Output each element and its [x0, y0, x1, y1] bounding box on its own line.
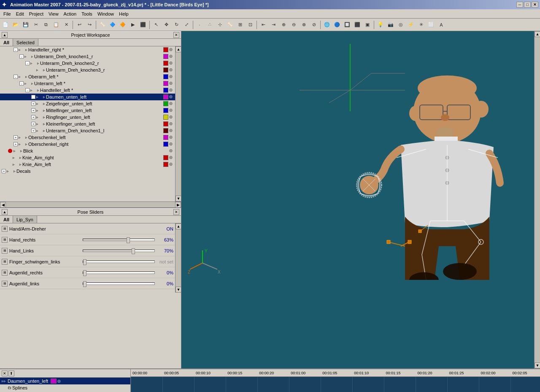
tree-eye[interactable]: ◎	[169, 81, 175, 86]
tree-eye[interactable]: ◎	[169, 94, 175, 99]
slider-thumb-4[interactable]	[83, 270, 86, 276]
pw-tree-item-1[interactable]: -▹▹Unterarm_Dreh_knochen1_r◎	[0, 53, 175, 60]
ps-scroll-btn-up[interactable]: ▲	[176, 223, 181, 229]
tree-expand-btn[interactable]: +	[31, 122, 35, 126]
tree-eye[interactable]: ◎	[169, 47, 175, 52]
tree-color[interactable]	[163, 135, 168, 140]
tree-expand-btn[interactable]: +	[14, 135, 18, 140]
tree-color[interactable]	[163, 74, 168, 79]
slider-icon-1[interactable]: ⊞	[2, 237, 8, 243]
tree-expand-btn[interactable]: -	[25, 88, 30, 92]
toolbar-decal[interactable]: ⬜	[427, 20, 436, 30]
toolbar-cam-5[interactable]: ⊘	[309, 20, 319, 30]
toolbar-rotate[interactable]: ↻	[172, 20, 181, 30]
toolbar-render2[interactable]: 🔵	[332, 20, 342, 30]
toolbar-open[interactable]: 📂	[11, 20, 20, 30]
menu-file[interactable]: File	[1, 11, 14, 17]
tl-close[interactable]: ✕	[2, 371, 8, 376]
toolbar-cut[interactable]: ✂	[31, 20, 40, 30]
pw-tree-item-12[interactable]: +▹▹Unterarm_Dreh_knochen1_l◎	[0, 127, 175, 134]
pw-tree-item-11[interactable]: +▹▹Kleinerfinger_unten_left◎	[0, 121, 175, 127]
tree-expand-btn[interactable]: -	[14, 48, 18, 52]
pw-tree-item-16[interactable]: ▹▹Knie_Aim_right◎	[0, 154, 175, 161]
pw-scroll-up[interactable]: ▲	[2, 32, 8, 38]
tree-color[interactable]	[163, 94, 168, 99]
tree-eye[interactable]: ◎	[169, 128, 175, 133]
tree-color[interactable]	[163, 155, 168, 160]
toolbar-bone-mode[interactable]: 🦴	[98, 20, 107, 30]
pw-tree-item-4[interactable]: -▹▹Oberarm_left *◎	[0, 73, 175, 80]
tree-expand-btn[interactable]: -	[19, 81, 24, 86]
pw-tree-item-3[interactable]: ▹▹Unterarm_Dreh_knochen3_r◎	[0, 67, 175, 73]
toolbar-shading[interactable]: 🔲	[343, 20, 352, 30]
tree-eye[interactable]: ◎	[169, 67, 175, 72]
toolbar-redo[interactable]: ↪	[85, 20, 94, 30]
tree-expand-btn[interactable]: +	[31, 108, 35, 113]
menu-edit[interactable]: Edit	[14, 11, 27, 17]
pw-tree-item-8[interactable]: +▹▹Zeigefinger_unten_left◎	[0, 100, 175, 107]
menu-view[interactable]: View	[46, 11, 61, 17]
tree-color[interactable]	[163, 115, 168, 120]
tree-color[interactable]	[163, 54, 168, 59]
menu-help[interactable]: Help	[116, 11, 131, 17]
pw-tree-item-2[interactable]: -▹▹Unterarm_Dreh_knochen2_r◎	[0, 60, 175, 67]
tree-eye[interactable]: ◎	[169, 88, 175, 93]
tree-expand-btn[interactable]: +	[2, 169, 6, 173]
toolbar-cam-nav2[interactable]: ⇥	[269, 20, 278, 30]
ps-tab-lipsyn[interactable]: Lip_Syn	[13, 216, 37, 223]
minimize-button[interactable]: ─	[516, 2, 523, 8]
pw-tree-item-13[interactable]: +▹▹Oberschenkel_left◎	[0, 134, 175, 141]
ps-scrollbar-v[interactable]: ▲ ▼	[175, 223, 181, 293]
maximize-button[interactable]: □	[524, 2, 531, 8]
viewport-scrollbar[interactable]: ▲ ▼	[534, 31, 540, 368]
tree-expand-btn[interactable]: +	[31, 95, 35, 99]
tree-eye[interactable]: ◎	[169, 74, 175, 79]
tree-eye[interactable]: ◎	[169, 115, 175, 120]
tree-expand-btn[interactable]: -	[19, 54, 24, 59]
pw-tree-item-18[interactable]: +▹▹Decals	[0, 168, 175, 175]
pw-tree-item-6[interactable]: -▹▹Handteller_left *◎	[0, 87, 175, 94]
toolbar-camera[interactable]: 📷	[386, 20, 395, 30]
pw-tree-item-5[interactable]: -▹▹Unterarm_left *◎	[0, 80, 175, 87]
tree-color[interactable]	[163, 108, 168, 113]
toolbar-bone-icon[interactable]: 🦴	[225, 20, 235, 30]
slider-icon-3[interactable]: ⊞	[2, 259, 8, 265]
menu-tools[interactable]: Tools	[79, 11, 95, 17]
toolbar-move[interactable]: ✥	[162, 20, 171, 30]
viewport-scroll-up[interactable]: ▲	[535, 31, 540, 37]
tree-color[interactable]	[163, 142, 168, 147]
ps-scroll-btn-down[interactable]: ▼	[176, 287, 181, 293]
toolbar-pts[interactable]: ·	[195, 20, 204, 30]
toolbar-paste[interactable]: 📋	[51, 20, 61, 30]
pw-tree-item-10[interactable]: +▹▹Ringfinger_unten_left◎	[0, 114, 175, 121]
tree-expand-btn[interactable]: +	[14, 142, 18, 146]
tree-eye[interactable]: ◎	[169, 101, 175, 106]
toolbar-undo[interactable]: ↩	[75, 20, 84, 30]
viewport-scroll-down[interactable]: ▼	[535, 362, 540, 368]
toolbar-model[interactable]: 🔷	[108, 20, 117, 30]
pw-tab-selected[interactable]: Selected	[13, 39, 38, 46]
tree-color[interactable]	[163, 67, 168, 72]
pw-scroll-btn-up[interactable]: ▲	[176, 46, 181, 52]
tree-eye[interactable]: ◎	[169, 148, 175, 153]
viewport[interactable]: Y Z X ▲ ▼	[181, 31, 540, 368]
slider-icon-2[interactable]: ⊞	[2, 248, 8, 254]
tree-expand-btn[interactable]: -	[25, 61, 30, 65]
tl-tree-item-0[interactable]: ▹▹Daumen_unten_left◎	[0, 378, 130, 384]
toolbar-pose[interactable]: 🔶	[118, 20, 127, 30]
slider-thumb-2[interactable]	[132, 248, 135, 254]
slider-track-2[interactable]	[83, 250, 155, 252]
toolbar-shading3[interactable]: ▣	[363, 20, 372, 30]
toolbar-scale[interactable]: ⤢	[182, 20, 191, 30]
pw-tree-item-9[interactable]: +▹▹Mittelfinger_unten_left◎	[0, 107, 175, 114]
tree-color[interactable]	[163, 162, 168, 167]
toolbar-save[interactable]: 💾	[21, 20, 30, 30]
toolbar-force[interactable]: ⚡	[406, 20, 416, 30]
tree-eye[interactable]: ◎	[169, 155, 175, 160]
menu-window[interactable]: Window	[95, 11, 116, 17]
pw-scrollbar-v[interactable]: ▲ ▼	[175, 46, 181, 201]
pw-tree-item-15[interactable]: ▹▹Blick◎	[0, 148, 175, 154]
tree-color[interactable]	[163, 81, 168, 86]
toolbar-pts3[interactable]: ⊹	[215, 20, 224, 30]
tree-expand-btn[interactable]: +	[31, 129, 35, 133]
